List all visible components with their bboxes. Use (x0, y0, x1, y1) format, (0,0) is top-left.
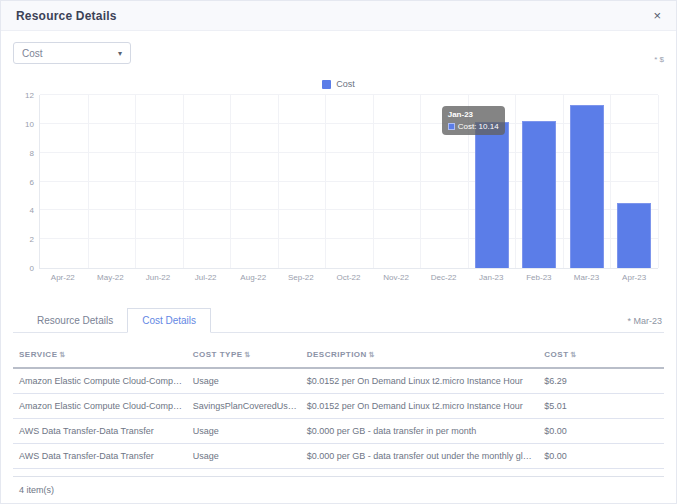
h-gridline (40, 94, 658, 95)
table-row: AWS Data Transfer-Data TransferUsage$0.0… (13, 419, 664, 444)
table-cell: $0.000 per GB - data transfer in per mon… (303, 419, 541, 444)
table-row: Amazon Elastic Compute Cloud-Compute Ins… (13, 368, 664, 394)
x-axis-label: Nov-22 (372, 273, 420, 282)
tooltip-swatch (448, 123, 455, 130)
sort-icon[interactable]: ⇅ (369, 351, 375, 358)
y-axis-tick: 6 (14, 177, 34, 186)
bar-Apr-23[interactable] (617, 203, 651, 268)
cost-bar-chart: Jan-23 Cost: 10.14 024681012 Apr-22May-2… (39, 95, 658, 282)
h-gridline (40, 181, 658, 182)
tooltip-label: Cost: 10.14 (458, 122, 499, 131)
x-axis-label: Jun-22 (134, 273, 182, 282)
bar-Jan-23[interactable] (475, 122, 509, 268)
table-row: AWS Data Transfer-Data TransferUsage$0.0… (13, 444, 664, 469)
x-axis-label: Dec-22 (420, 273, 468, 282)
h-gridline (40, 152, 658, 153)
metric-select-value: Cost (22, 48, 43, 59)
h-gridline (40, 209, 658, 210)
cost-details-table: SERVICE⇅ COST TYPE⇅ DESCRIPTION⇅ COST⇅ A… (13, 345, 664, 469)
table-cell: $0.0152 per On Demand Linux t2.micro Ins… (303, 394, 541, 419)
x-axis-label: Aug-22 (229, 273, 277, 282)
column-header-cost-type[interactable]: COST TYPE⇅ (189, 345, 303, 368)
v-gridline (373, 95, 374, 268)
table-footer: 4 item(s) (13, 476, 664, 503)
v-gridline (135, 95, 136, 268)
modal-content: Cost ▾ * $ Cost Jan-23 Cost: 10.14 02468… (1, 31, 676, 503)
table-cell: Amazon Elastic Compute Cloud-Compute Ins… (13, 368, 189, 394)
table-cell: $6.29 (540, 368, 664, 394)
table-cell: $0.00 (540, 419, 664, 444)
y-axis-tick: 10 (14, 119, 34, 128)
close-icon[interactable]: × (653, 9, 661, 22)
v-gridline (658, 95, 659, 268)
y-axis-tick: 0 (14, 264, 34, 273)
x-axis-label: Sep-22 (277, 273, 325, 282)
bar-Feb-23[interactable] (522, 121, 556, 268)
tab-cost-details[interactable]: Cost Details (127, 308, 211, 333)
table-cell: $0.00 (540, 444, 664, 469)
x-axis-label: May-22 (87, 273, 135, 282)
v-gridline (420, 95, 421, 268)
v-gridline (230, 95, 231, 268)
table-cell: $0.0152 per On Demand Linux t2.micro Ins… (303, 368, 541, 394)
table-cell: Usage (189, 444, 303, 469)
modal-title: Resource Details (16, 9, 117, 23)
v-gridline (610, 95, 611, 268)
legend-label: Cost (336, 79, 355, 89)
currency-note: * $ (654, 55, 664, 64)
x-axis-label: Jul-22 (182, 273, 230, 282)
x-axis-label: Oct-22 (325, 273, 373, 282)
x-axis-label: Mar-23 (563, 273, 611, 282)
modal-header: Resource Details × (1, 1, 676, 31)
tooltip-row: Cost: 10.14 (448, 122, 499, 131)
v-gridline (563, 95, 564, 268)
v-gridline (278, 95, 279, 268)
table-cell: $5.01 (540, 394, 664, 419)
tooltip-title: Jan-23 (448, 110, 499, 119)
chart-legend[interactable]: Cost (13, 79, 664, 89)
metric-select[interactable]: Cost ▾ (13, 42, 131, 64)
v-gridline (515, 95, 516, 268)
y-axis-tick: 8 (14, 148, 34, 157)
x-axis-labels: Apr-22May-22Jun-22Jul-22Aug-22Sep-22Oct-… (39, 273, 658, 282)
table-cell: Amazon Elastic Compute Cloud-Compute Ins… (13, 394, 189, 419)
h-gridline (40, 238, 658, 239)
v-gridline (88, 95, 89, 268)
table-cell: Usage (189, 419, 303, 444)
resource-details-modal: Resource Details × Cost ▾ * $ Cost Jan-2… (0, 0, 677, 504)
tab-resource-details[interactable]: Resource Details (23, 309, 127, 332)
table-body: Amazon Elastic Compute Cloud-Compute Ins… (13, 368, 664, 469)
sort-icon[interactable]: ⇅ (59, 351, 65, 358)
chart-tooltip: Jan-23 Cost: 10.14 (442, 106, 505, 135)
toolbar: Cost ▾ * $ (13, 42, 664, 64)
legend-swatch (322, 80, 331, 89)
table-row: Amazon Elastic Compute Cloud-Compute Ins… (13, 394, 664, 419)
x-axis-label: Jan-23 (467, 273, 515, 282)
x-axis-label: Feb-23 (515, 273, 563, 282)
table-cell: AWS Data Transfer-Data Transfer (13, 419, 189, 444)
period-note: * Mar-23 (627, 316, 662, 332)
column-header-service[interactable]: SERVICE⇅ (13, 345, 189, 368)
y-axis-tick: 2 (14, 235, 34, 244)
table-cell: SavingsPlanCoveredUsage (189, 394, 303, 419)
bar-Mar-23[interactable] (570, 105, 604, 268)
tabs-bar: Resource Details Cost Details * Mar-23 (13, 308, 664, 333)
chevron-down-icon: ▾ (118, 49, 122, 58)
x-axis-label: Apr-22 (39, 273, 87, 282)
v-gridline (325, 95, 326, 268)
column-header-description[interactable]: DESCRIPTION⇅ (303, 345, 541, 368)
sort-icon[interactable]: ⇅ (571, 351, 577, 358)
h-gridline (40, 123, 658, 124)
sort-icon[interactable]: ⇅ (245, 351, 251, 358)
v-gridline (183, 95, 184, 268)
x-axis-label: Apr-23 (610, 273, 658, 282)
chart-plot: Jan-23 Cost: 10.14 024681012 (39, 95, 658, 269)
y-axis-tick: 4 (14, 206, 34, 215)
table-cell: AWS Data Transfer-Data Transfer (13, 444, 189, 469)
table-cell: Usage (189, 368, 303, 394)
table-header-row: SERVICE⇅ COST TYPE⇅ DESCRIPTION⇅ COST⇅ (13, 345, 664, 368)
y-axis-tick: 12 (14, 91, 34, 100)
table-cell: $0.000 per GB - data transfer out under … (303, 444, 541, 469)
column-header-cost[interactable]: COST⇅ (540, 345, 664, 368)
